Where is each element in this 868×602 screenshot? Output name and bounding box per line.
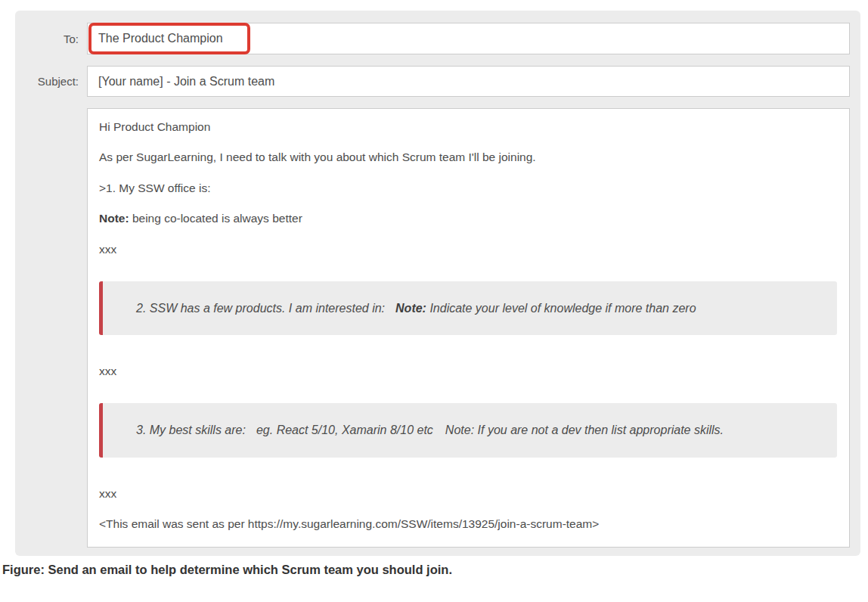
body-question1: >1. My SSW office is: <box>99 181 837 195</box>
subject-input[interactable]: [Your name] - Join a Scrum team <box>87 66 850 97</box>
quote2-note: Note: If you are not a dev then list app… <box>445 424 724 436</box>
quote1-note-text: Indicate your level of knowledge if more… <box>426 302 696 315</box>
note1-text: being co-located is always better <box>129 212 302 225</box>
subject-input-wrap: [Your name] - Join a Scrum team <box>87 66 850 97</box>
body-footer: <This email was sent as per https://my.s… <box>99 517 837 531</box>
figure-caption: Figure: Send an email to help determine … <box>2 563 452 577</box>
body-intro: As per SugarLearning, I need to talk wit… <box>99 150 837 164</box>
subject-label: Subject: <box>15 75 87 88</box>
note1-label: Note: <box>99 212 129 225</box>
quote2-example: eg. React 5/10, Xamarin 8/10 etc <box>256 424 433 436</box>
to-input-value: The Product Champion <box>98 32 223 45</box>
body-row: Hi Product Champion As per SugarLearning… <box>15 108 850 548</box>
quote1-text: 2. SSW has a few products. I am interest… <box>136 302 385 315</box>
to-input[interactable]: The Product Champion <box>87 23 850 54</box>
body-placeholder2: xxx <box>99 364 837 378</box>
blockquote-skills: 3. My best skills are:eg. React 5/10, Xa… <box>99 403 837 457</box>
quote1-note-label: Note: <box>395 302 426 315</box>
body-placeholder1: xxx <box>99 242 837 256</box>
email-compose-panel: To: The Product Champion Subject: [Your … <box>15 11 860 556</box>
body-note1: Note: being co-located is always better <box>99 211 837 225</box>
body-placeholder3: xxx <box>99 486 837 501</box>
email-body-editor[interactable]: Hi Product Champion As per SugarLearning… <box>87 108 850 548</box>
to-input-wrap: The Product Champion <box>87 23 850 54</box>
subject-row: Subject: [Your name] - Join a Scrum team <box>15 66 850 97</box>
quote2-text: 3. My best skills are: <box>136 424 246 436</box>
blockquote-products: 2. SSW has a few products. I am interest… <box>99 281 837 335</box>
subject-input-value: [Your name] - Join a Scrum team <box>98 75 274 88</box>
to-label: To: <box>15 33 87 45</box>
body-greeting: Hi Product Champion <box>99 119 837 134</box>
to-row: To: The Product Champion <box>15 23 850 54</box>
